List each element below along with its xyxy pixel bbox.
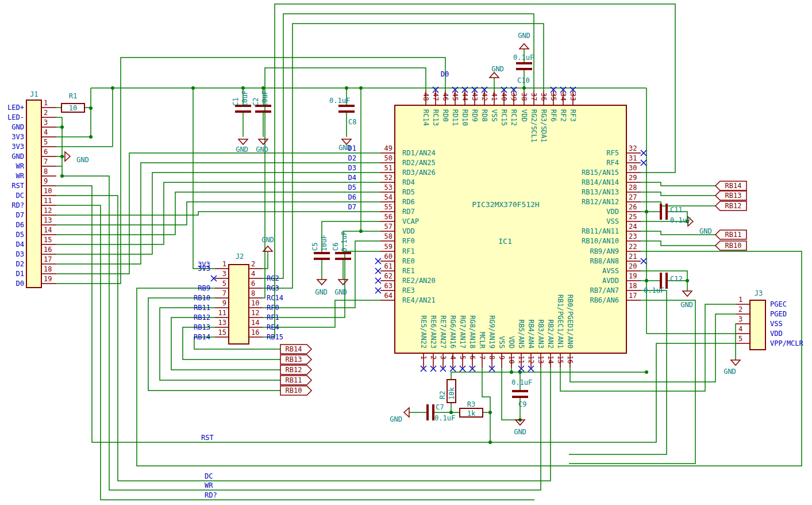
net-flag-text: RB14 <box>725 182 742 190</box>
pin-number: 18 <box>44 265 52 273</box>
component-label[interactable]: PIC32MX370F512H <box>472 200 539 209</box>
pin-net-name: RB9 <box>198 284 210 292</box>
pin-net-name: RB15 <box>267 333 283 341</box>
pin-name: MCLR <box>478 332 486 349</box>
component-label[interactable]: 0.1uF <box>340 231 348 252</box>
component-label[interactable]: GND <box>315 288 328 296</box>
pin-number: 13 <box>44 216 52 224</box>
component-label[interactable]: 0.1uF <box>511 378 532 387</box>
pin-number: 22 <box>629 243 637 251</box>
component-label[interactable]: C11 <box>670 206 683 214</box>
pin-number: 61 <box>384 262 392 270</box>
component-label[interactable]: 10uF <box>320 235 328 251</box>
net-label[interactable]: D5 <box>348 183 356 192</box>
net-label[interactable]: D2 <box>348 154 356 162</box>
pin-number: 5 <box>44 138 48 146</box>
component-label[interactable]: GND <box>236 146 248 154</box>
component-label[interactable]: J1 <box>30 90 38 98</box>
component-label[interactable]: R1 <box>69 92 77 100</box>
component-label[interactable]: 0.1uF <box>644 286 664 294</box>
pin-name: RB10/AN10 <box>582 237 619 245</box>
pin-net-name: RG2 <box>267 274 279 282</box>
net-label[interactable]: 3V3 <box>198 261 210 269</box>
component-label[interactable]: C7 <box>436 403 444 411</box>
net-label[interactable]: D0 <box>441 70 449 78</box>
component-label[interactable]: 0.1uF <box>329 97 350 105</box>
connector-body <box>229 265 249 344</box>
component-label[interactable]: IC1 <box>498 237 511 246</box>
pin-net-name: RB13 <box>194 323 210 331</box>
component-label[interactable]: 0.1uF <box>513 53 534 62</box>
net-label[interactable]: D6 <box>348 193 356 201</box>
component-label[interactable]: 1k <box>467 410 476 418</box>
net-label[interactable]: RST <box>201 434 214 442</box>
component-label[interactable]: C8 <box>348 118 356 126</box>
net-label[interactable]: RD? <box>205 491 217 499</box>
junction-dot <box>89 106 93 110</box>
schematic-canvas[interactable]: 1LED+2LED-3GND43V353V36GND7WR8WR9RST10DC… <box>0 0 812 505</box>
net-flag-text: RB12 <box>725 202 742 210</box>
component-label[interactable]: 0.1uF <box>670 216 691 224</box>
pin-number: 25 <box>629 213 637 221</box>
pin-name: RD8 <box>480 109 488 122</box>
pin-number: 40 <box>500 93 508 101</box>
component-label[interactable]: J3 <box>755 289 763 297</box>
component-label[interactable]: C1 <box>232 98 240 106</box>
component-label[interactable]: 0.1uF <box>434 414 455 422</box>
component-label[interactable]: C2 <box>252 98 260 106</box>
component-label[interactable]: C6 <box>332 243 340 251</box>
ic-IC1[interactable]: 49RD1/AN2450RD2/AN2551RD3/AN2652RD453RD5… <box>380 91 641 368</box>
component-label[interactable]: 10uF <box>241 90 249 107</box>
component-label[interactable]: GND <box>261 236 274 244</box>
pin-number: 3 <box>44 118 48 127</box>
net-label[interactable]: DC <box>205 472 213 480</box>
component-label[interactable]: C12 <box>670 275 683 283</box>
component-label[interactable]: J2 <box>236 253 244 261</box>
component-label[interactable]: 10k <box>448 387 456 400</box>
component-label[interactable]: GND <box>390 415 402 423</box>
pin-number: 5 <box>222 280 226 288</box>
pin-number: 7 <box>478 355 486 359</box>
component-label[interactable]: GND <box>491 65 504 73</box>
component-label[interactable]: R3 <box>467 400 475 408</box>
component-label[interactable]: 10 <box>69 104 77 112</box>
net-label[interactable]: D4 <box>348 174 356 182</box>
pin-name: RC14 <box>422 109 430 126</box>
junction-dot <box>510 370 513 374</box>
pin-net-name: VSS <box>770 320 783 328</box>
component-label[interactable]: C9 <box>518 400 526 408</box>
pin-number: 52 <box>384 174 392 182</box>
pin-number: 31 <box>629 154 637 162</box>
component-label[interactable]: R2 <box>438 391 447 399</box>
pin-number: 4 <box>738 325 742 333</box>
pin-name: RC13 <box>432 109 440 126</box>
pin-number: 41 <box>490 93 498 101</box>
component-label[interactable]: GND <box>514 428 526 436</box>
component-label[interactable]: 10uF <box>261 90 269 107</box>
component-label[interactable]: GND <box>680 301 693 309</box>
junction-dot <box>488 441 492 444</box>
pin-number: 33 <box>569 93 577 101</box>
cap-plate <box>335 258 351 260</box>
pin-net-name: RC14 <box>267 294 283 302</box>
pin-number: 9 <box>44 177 48 185</box>
net-label[interactable]: D1 <box>348 144 356 152</box>
pin-number: 24 <box>629 223 637 231</box>
pin-number: 10 <box>44 187 52 195</box>
component-label[interactable]: GND <box>699 227 712 235</box>
net-label[interactable]: WR <box>205 481 213 489</box>
component-label[interactable]: GND <box>518 32 530 40</box>
component-label[interactable]: GND <box>256 146 268 154</box>
pin-number: 53 <box>384 183 392 192</box>
component-label[interactable]: GND <box>334 288 347 296</box>
pin-number: 3 <box>738 315 742 323</box>
net-label[interactable]: D3 <box>348 164 356 172</box>
component-label[interactable]: C10 <box>517 76 530 85</box>
pin-name: RD11 <box>451 109 459 126</box>
net-label[interactable]: D7 <box>348 203 356 211</box>
component-label[interactable]: GND <box>724 368 736 376</box>
pin-name: RB1/PGEC1/AN1 <box>556 294 564 349</box>
component-label[interactable]: GND <box>76 156 89 164</box>
pin-net-name: PGEC <box>770 300 787 308</box>
component-label[interactable]: C5 <box>311 243 319 251</box>
